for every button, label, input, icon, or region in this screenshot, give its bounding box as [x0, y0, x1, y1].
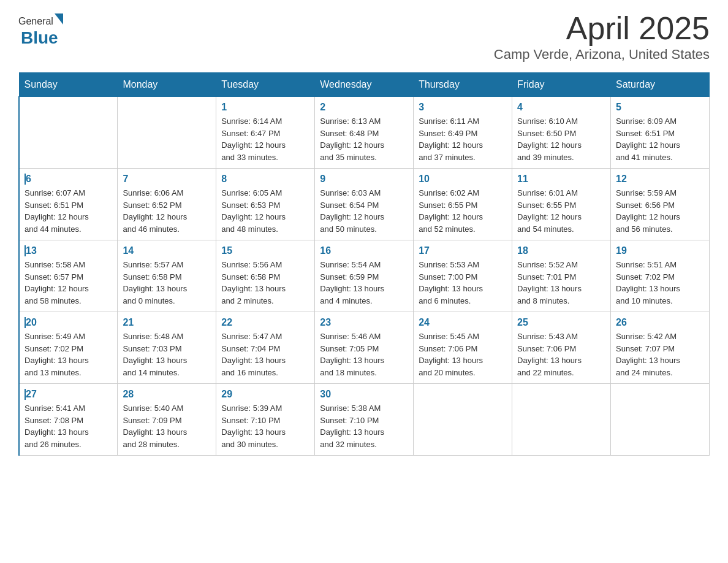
day-cell-14: 14Sunrise: 5:57 AM Sunset: 6:58 PM Dayli…	[118, 240, 216, 312]
day-info: Sunrise: 6:03 AM Sunset: 6:54 PM Dayligh…	[320, 187, 408, 235]
day-info: Sunrise: 5:59 AM Sunset: 6:56 PM Dayligh…	[616, 187, 704, 235]
day-number: 3	[419, 102, 507, 113]
day-cell-1: 1Sunrise: 6:14 AM Sunset: 6:47 PM Daylig…	[216, 97, 315, 169]
day-number: 29	[221, 389, 309, 400]
day-info: Sunrise: 6:05 AM Sunset: 6:53 PM Dayligh…	[221, 187, 309, 235]
day-cell-6: 6Sunrise: 6:07 AM Sunset: 6:51 PM Daylig…	[19, 169, 118, 240]
day-number: 21	[123, 317, 211, 328]
week-row-1: 1Sunrise: 6:14 AM Sunset: 6:47 PM Daylig…	[19, 97, 710, 169]
day-number: 6	[25, 174, 112, 185]
day-cell-27: 27Sunrise: 5:41 AM Sunset: 7:08 PM Dayli…	[19, 384, 118, 456]
day-info: Sunrise: 6:09 AM Sunset: 6:51 PM Dayligh…	[616, 115, 704, 163]
day-cell-28: 28Sunrise: 5:40 AM Sunset: 7:09 PM Dayli…	[118, 384, 216, 456]
month-title: April 2025	[494, 12, 710, 44]
title-block: April 2025 Camp Verde, Arizona, United S…	[494, 12, 710, 63]
day-info: Sunrise: 5:42 AM Sunset: 7:07 PM Dayligh…	[616, 331, 704, 378]
weekday-header-monday: Monday	[118, 73, 216, 97]
day-number: 13	[25, 245, 112, 256]
day-info: Sunrise: 5:45 AM Sunset: 7:06 PM Dayligh…	[419, 331, 507, 378]
day-info: Sunrise: 5:46 AM Sunset: 7:05 PM Dayligh…	[320, 331, 408, 378]
day-number: 9	[320, 174, 408, 185]
day-cell-20: 20Sunrise: 5:49 AM Sunset: 7:02 PM Dayli…	[19, 312, 118, 384]
day-cell-8: 8Sunrise: 6:05 AM Sunset: 6:53 PM Daylig…	[216, 169, 315, 240]
logo: General Blue	[18, 12, 63, 48]
day-info: Sunrise: 5:51 AM Sunset: 7:02 PM Dayligh…	[616, 259, 704, 307]
weekday-header-friday: Friday	[512, 73, 611, 97]
day-info: Sunrise: 6:06 AM Sunset: 6:52 PM Dayligh…	[123, 187, 211, 235]
day-info: Sunrise: 6:07 AM Sunset: 6:51 PM Dayligh…	[25, 187, 112, 235]
day-info: Sunrise: 5:49 AM Sunset: 7:02 PM Dayligh…	[25, 331, 112, 378]
day-number: 24	[419, 317, 507, 328]
day-number: 25	[517, 317, 605, 328]
day-cell-21: 21Sunrise: 5:48 AM Sunset: 7:03 PM Dayli…	[118, 312, 216, 384]
week-row-3: 13Sunrise: 5:58 AM Sunset: 6:57 PM Dayli…	[19, 240, 710, 312]
day-info: Sunrise: 6:02 AM Sunset: 6:55 PM Dayligh…	[419, 187, 507, 235]
day-cell-19: 19Sunrise: 5:51 AM Sunset: 7:02 PM Dayli…	[611, 240, 710, 312]
day-number: 7	[123, 174, 211, 185]
day-cell-5: 5Sunrise: 6:09 AM Sunset: 6:51 PM Daylig…	[611, 97, 710, 169]
day-cell-9: 9Sunrise: 6:03 AM Sunset: 6:54 PM Daylig…	[315, 169, 414, 240]
day-cell-7: 7Sunrise: 6:06 AM Sunset: 6:52 PM Daylig…	[118, 169, 216, 240]
day-number: 17	[419, 245, 507, 256]
day-cell-17: 17Sunrise: 5:53 AM Sunset: 7:00 PM Dayli…	[414, 240, 512, 312]
day-info: Sunrise: 6:11 AM Sunset: 6:49 PM Dayligh…	[419, 115, 507, 163]
day-number: 22	[221, 317, 309, 328]
day-cell-12: 12Sunrise: 5:59 AM Sunset: 6:56 PM Dayli…	[611, 169, 710, 240]
empty-cell	[19, 97, 118, 169]
day-number: 8	[221, 174, 309, 185]
day-cell-23: 23Sunrise: 5:46 AM Sunset: 7:05 PM Dayli…	[315, 312, 414, 384]
day-cell-4: 4Sunrise: 6:10 AM Sunset: 6:50 PM Daylig…	[512, 97, 611, 169]
day-cell-29: 29Sunrise: 5:39 AM Sunset: 7:10 PM Dayli…	[216, 384, 315, 456]
day-info: Sunrise: 5:58 AM Sunset: 6:57 PM Dayligh…	[25, 259, 112, 307]
day-cell-11: 11Sunrise: 6:01 AM Sunset: 6:55 PM Dayli…	[512, 169, 611, 240]
day-number: 10	[419, 174, 507, 185]
weekday-header-wednesday: Wednesday	[315, 73, 414, 97]
day-info: Sunrise: 6:01 AM Sunset: 6:55 PM Dayligh…	[517, 187, 605, 235]
calendar-table: SundayMondayTuesdayWednesdayThursdayFrid…	[18, 72, 710, 456]
day-info: Sunrise: 5:57 AM Sunset: 6:58 PM Dayligh…	[123, 259, 211, 307]
day-cell-10: 10Sunrise: 6:02 AM Sunset: 6:55 PM Dayli…	[414, 169, 512, 240]
day-cell-25: 25Sunrise: 5:43 AM Sunset: 7:06 PM Dayli…	[512, 312, 611, 384]
weekday-header-sunday: Sunday	[19, 73, 118, 97]
day-number: 11	[517, 174, 605, 185]
day-info: Sunrise: 5:54 AM Sunset: 6:59 PM Dayligh…	[320, 259, 408, 307]
day-cell-16: 16Sunrise: 5:54 AM Sunset: 6:59 PM Dayli…	[315, 240, 414, 312]
day-number: 1	[221, 102, 309, 113]
day-number: 12	[616, 174, 704, 185]
weekday-header-row: SundayMondayTuesdayWednesdayThursdayFrid…	[19, 73, 710, 97]
empty-cell	[512, 384, 611, 456]
day-info: Sunrise: 5:39 AM Sunset: 7:10 PM Dayligh…	[221, 402, 309, 450]
day-cell-18: 18Sunrise: 5:52 AM Sunset: 7:01 PM Dayli…	[512, 240, 611, 312]
logo-blue-text: Blue	[21, 28, 58, 48]
day-cell-26: 26Sunrise: 5:42 AM Sunset: 7:07 PM Dayli…	[611, 312, 710, 384]
day-number: 5	[616, 102, 704, 113]
day-info: Sunrise: 5:53 AM Sunset: 7:00 PM Dayligh…	[419, 259, 507, 307]
day-number: 14	[123, 245, 211, 256]
day-number: 4	[517, 102, 605, 113]
empty-cell	[118, 97, 216, 169]
day-info: Sunrise: 6:10 AM Sunset: 6:50 PM Dayligh…	[517, 115, 605, 163]
day-number: 30	[320, 389, 408, 400]
day-cell-2: 2Sunrise: 6:13 AM Sunset: 6:48 PM Daylig…	[315, 97, 414, 169]
day-info: Sunrise: 5:43 AM Sunset: 7:06 PM Dayligh…	[517, 331, 605, 378]
empty-cell	[414, 384, 512, 456]
day-info: Sunrise: 6:14 AM Sunset: 6:47 PM Dayligh…	[221, 115, 309, 163]
day-number: 23	[320, 317, 408, 328]
location-title: Camp Verde, Arizona, United States	[494, 47, 710, 63]
day-info: Sunrise: 5:41 AM Sunset: 7:08 PM Dayligh…	[25, 402, 112, 450]
weekday-header-thursday: Thursday	[414, 73, 512, 97]
day-info: Sunrise: 5:40 AM Sunset: 7:09 PM Dayligh…	[123, 402, 211, 450]
week-row-4: 20Sunrise: 5:49 AM Sunset: 7:02 PM Dayli…	[19, 312, 710, 384]
day-number: 28	[123, 389, 211, 400]
logo-arrow-icon	[55, 13, 63, 25]
day-number: 20	[25, 317, 112, 328]
empty-cell	[611, 384, 710, 456]
day-number: 16	[320, 245, 408, 256]
day-info: Sunrise: 5:47 AM Sunset: 7:04 PM Dayligh…	[221, 331, 309, 378]
day-cell-3: 3Sunrise: 6:11 AM Sunset: 6:49 PM Daylig…	[414, 97, 512, 169]
weekday-header-saturday: Saturday	[611, 73, 710, 97]
day-number: 2	[320, 102, 408, 113]
day-number: 19	[616, 245, 704, 256]
day-number: 18	[517, 245, 605, 256]
day-cell-24: 24Sunrise: 5:45 AM Sunset: 7:06 PM Dayli…	[414, 312, 512, 384]
